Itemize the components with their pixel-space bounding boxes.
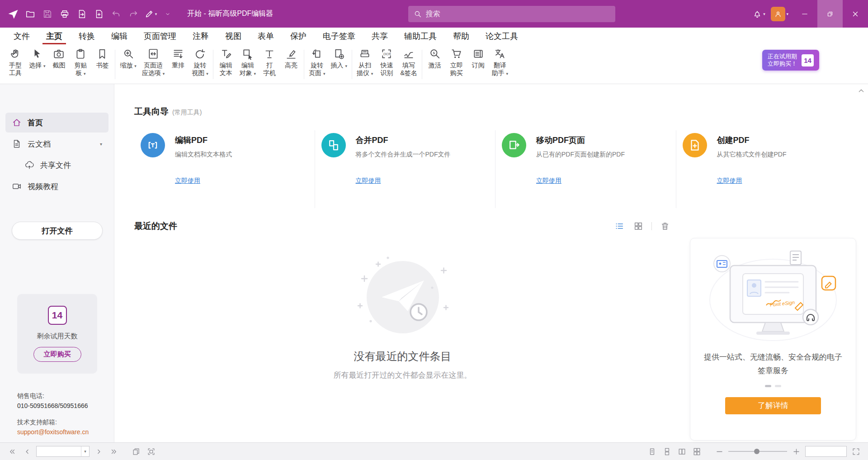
ribbon-tool-zoom[interactable]: 缩放 ▾ bbox=[117, 47, 139, 71]
menu-tab[interactable]: 辅助工具 bbox=[396, 28, 445, 44]
use-now-link[interactable]: 立即使用 bbox=[536, 177, 625, 185]
full-screen-button[interactable] bbox=[850, 446, 862, 457]
carousel-dot-active[interactable] bbox=[765, 385, 771, 387]
last-page-button[interactable] bbox=[108, 446, 119, 457]
open-icon[interactable] bbox=[22, 5, 39, 23]
next-page-button[interactable] bbox=[93, 446, 104, 457]
chevron-down-icon: ▾ bbox=[100, 142, 102, 147]
search-input[interactable] bbox=[426, 10, 610, 18]
buy-now-button[interactable]: 立即购买 bbox=[33, 347, 81, 362]
facing-view-button[interactable] bbox=[676, 446, 688, 457]
redo-icon[interactable] bbox=[125, 5, 142, 23]
ribbon-tool-highlight[interactable]: 高亮 bbox=[280, 47, 302, 70]
tool-card-move-pdf-pages[interactable]: 移动PDF页面从已有的PDF页面创建新的PDF立即使用 bbox=[495, 130, 676, 208]
single-page-view-button[interactable] bbox=[646, 446, 658, 457]
menu-tab[interactable]: 页面管理 bbox=[136, 28, 184, 44]
ribbon-tool-edittext[interactable]: 编辑 文本 bbox=[215, 47, 237, 78]
ribbon-tool-bookmark[interactable]: 书签 bbox=[91, 47, 113, 70]
search-box[interactable] bbox=[408, 6, 615, 22]
tool-card-edit-pdf[interactable]: 编辑PDF编辑文档和文本格式立即使用 bbox=[134, 130, 315, 208]
sidebar-item-video[interactable]: 视频教程 bbox=[5, 176, 108, 196]
menu-tab[interactable]: 保护 bbox=[282, 28, 315, 44]
ribbon-tool-cursor[interactable]: 选择 ▾ bbox=[26, 47, 48, 71]
zoom-level-input[interactable] bbox=[806, 446, 846, 456]
menu-tab[interactable]: 注释 bbox=[184, 28, 217, 44]
ribbon-tool-label: 订阅 bbox=[472, 62, 485, 69]
page-dropdown-button[interactable]: ▾ bbox=[81, 446, 89, 456]
restore-button[interactable] bbox=[817, 0, 843, 28]
menu-tab[interactable]: 文件 bbox=[5, 28, 38, 44]
ribbon-tool-activate[interactable]: 激活 bbox=[424, 47, 446, 70]
facing-continuous-view-button[interactable] bbox=[691, 446, 703, 457]
use-now-link[interactable]: 立即使用 bbox=[175, 177, 232, 185]
tool-card-create-pdf[interactable]: 创建PDF从其它格式文件创建PDF立即使用 bbox=[676, 130, 857, 208]
customize-toolbar-icon[interactable] bbox=[159, 5, 176, 23]
print-icon[interactable] bbox=[56, 5, 73, 23]
zoom-out-button[interactable] bbox=[713, 446, 725, 457]
ribbon-tool-camera[interactable]: 截图 bbox=[48, 47, 70, 70]
menu-tab[interactable]: 论文工具 bbox=[477, 28, 526, 44]
use-now-link[interactable]: 立即使用 bbox=[717, 177, 787, 185]
export-pdf-icon[interactable] bbox=[73, 5, 90, 23]
clear-recent-button[interactable] bbox=[659, 220, 671, 232]
notifications-bell-icon[interactable]: ▾ bbox=[750, 5, 767, 23]
open-file-button[interactable]: 打开文件 bbox=[12, 222, 103, 240]
zoom-slider-thumb[interactable] bbox=[754, 449, 760, 454]
ribbon-tool-typewriter[interactable]: 打 字机 bbox=[259, 47, 280, 78]
create-pdf-icon[interactable] bbox=[90, 5, 108, 23]
prev-page-button[interactable] bbox=[21, 446, 33, 457]
menu-tab[interactable]: 主页 bbox=[38, 28, 71, 44]
ribbon-tool-cart[interactable]: 立即 购买 bbox=[446, 47, 467, 78]
close-button[interactable] bbox=[843, 0, 868, 28]
page-number-input[interactable] bbox=[37, 446, 81, 456]
ribbon-tool-news[interactable]: 订阅 bbox=[467, 47, 489, 70]
menu-tab[interactable]: 共享 bbox=[363, 28, 396, 44]
tool-card-merge-pdf[interactable]: 合并PDF将多个文件合并生成一个PDF文件立即使用 bbox=[315, 130, 496, 208]
trial-badge[interactable]: 正在试用期 立即购买！ 14 bbox=[762, 50, 819, 71]
ribbon-tool-ocr[interactable]: 快速 识别 bbox=[376, 47, 397, 78]
ribbon-tool-insert[interactable]: 插入 ▾ bbox=[328, 47, 350, 71]
ribbon-tool-sign[interactable]: 填写 &签名 bbox=[397, 47, 420, 78]
undo-icon[interactable] bbox=[108, 5, 125, 23]
clone-view-icon[interactable] bbox=[130, 446, 142, 457]
ribbon-tool-hand[interactable]: 手型 工具 bbox=[5, 47, 26, 78]
menu-tab[interactable]: 编辑 bbox=[103, 28, 136, 44]
zoom-in-button[interactable] bbox=[790, 446, 802, 457]
carousel-dot[interactable] bbox=[775, 385, 781, 387]
ribbon-tool-fitpage[interactable]: 页面适 应选项 ▾ bbox=[139, 47, 167, 79]
grid-view-button[interactable] bbox=[632, 220, 644, 232]
ribbon-tool-label: 激活 bbox=[429, 62, 441, 69]
ribbon-tool-rotpages[interactable]: 旋转 页面 ▾ bbox=[306, 47, 328, 79]
account-menu[interactable]: ▾ bbox=[771, 7, 788, 21]
ribbon-tool-clipboard[interactable]: 剪贴 板 ▾ bbox=[70, 47, 91, 79]
ribbon-tool-translate[interactable]: 翻译 助手 ▾ bbox=[489, 47, 511, 79]
menu-tab[interactable]: 表单 bbox=[250, 28, 282, 44]
save-icon[interactable] bbox=[39, 5, 56, 23]
divider bbox=[651, 222, 652, 230]
learn-more-button[interactable]: 了解详情 bbox=[725, 397, 821, 414]
scroll-up-icon[interactable] bbox=[856, 86, 866, 96]
continuous-view-button[interactable] bbox=[661, 446, 673, 457]
menu-tab[interactable]: 转换 bbox=[71, 28, 103, 44]
ribbon-separator bbox=[213, 50, 213, 79]
menu-tab[interactable]: 帮助 bbox=[445, 28, 477, 44]
sidebar-item-home[interactable]: 首页 bbox=[5, 113, 108, 133]
list-view-button[interactable] bbox=[613, 220, 625, 232]
ribbon-tool-label: 手型 工具 bbox=[9, 62, 22, 77]
ribbon-tool-rotview[interactable]: 旋转 视图 ▾ bbox=[189, 47, 211, 79]
support-email-link[interactable]: support@foxitsoftware.cn bbox=[17, 428, 89, 436]
minimize-button[interactable] bbox=[792, 0, 817, 28]
ribbon-tool-editobj[interactable]: 编辑 对象 ▾ bbox=[237, 47, 259, 79]
zoom-slider[interactable] bbox=[728, 447, 787, 456]
first-page-button[interactable] bbox=[6, 446, 18, 457]
menu-tab[interactable]: 电子签章 bbox=[315, 28, 363, 44]
esign-quick-icon[interactable]: ▾ bbox=[142, 5, 159, 23]
snapshot-icon[interactable] bbox=[145, 446, 157, 457]
menu-tab[interactable]: 视图 bbox=[217, 28, 250, 44]
ribbon-tool-reflow[interactable]: 重排 bbox=[167, 47, 189, 70]
sidebar-item-clouddoc[interactable]: 云文档▾ bbox=[5, 134, 108, 154]
carousel-dots[interactable] bbox=[765, 385, 781, 387]
use-now-link[interactable]: 立即使用 bbox=[356, 177, 451, 185]
ribbon-tool-scanner[interactable]: 从扫 描仪 ▾ bbox=[354, 47, 376, 79]
sidebar-item-sharecloud[interactable]: 共享文件 bbox=[18, 155, 108, 175]
